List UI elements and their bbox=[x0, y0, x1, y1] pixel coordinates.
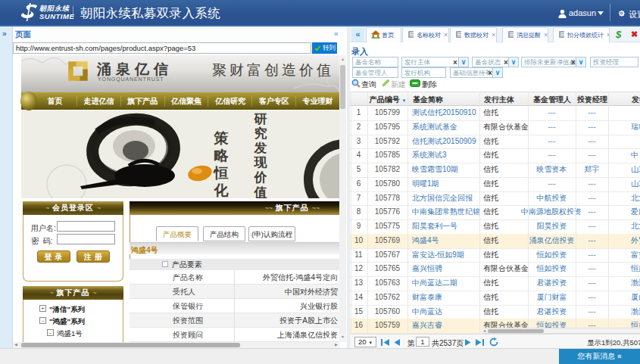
svg-text:朝阳永续: 朝阳永续 bbox=[39, 5, 70, 12]
svg-text:SUNTIME: SUNTIME bbox=[39, 12, 74, 20]
